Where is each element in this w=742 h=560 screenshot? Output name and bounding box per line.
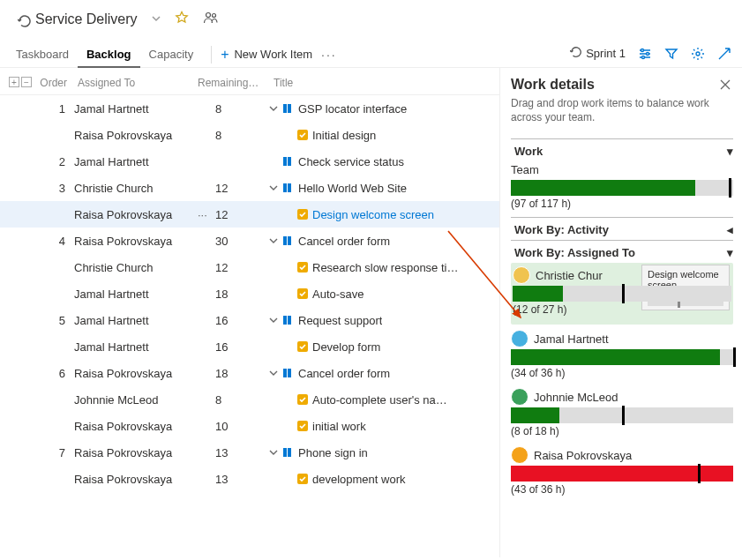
section-assigned[interactable]: Work By: Assigned To ▾: [511, 240, 733, 263]
row-title-cell: initial work: [268, 420, 499, 433]
team-label: Team: [511, 161, 733, 180]
row-assigned: Raisa Pokrovskaya: [74, 235, 198, 248]
collapse-all-button[interactable]: −: [21, 77, 32, 87]
svg-rect-14: [283, 236, 287, 245]
work-item-title[interactable]: development work: [312, 473, 406, 486]
pbi-icon: [282, 235, 295, 247]
gear-icon[interactable]: [691, 47, 705, 61]
avatar: [513, 266, 530, 284]
table-row[interactable]: 6Raisa Pokrovskaya···18Cancel order form: [0, 360, 499, 386]
work-item-title[interactable]: Check service status: [298, 155, 404, 168]
filter-funnel-icon[interactable]: [664, 47, 678, 61]
table-row[interactable]: Jamal Hartnett···18Auto-save: [0, 280, 499, 307]
svg-rect-26: [288, 448, 291, 457]
expand-chevron-icon[interactable]: [268, 448, 279, 457]
table-row[interactable]: Johnnie McLeod···8Auto-complete user's n…: [0, 386, 499, 413]
work-item-title[interactable]: Phone sign in: [298, 446, 368, 459]
chevron-down-icon: ▾: [727, 246, 733, 259]
row-title-cell: Check service status: [268, 155, 499, 168]
table-row[interactable]: Christie Church···12Research slow respon…: [0, 254, 499, 280]
row-remaining: 18: [215, 287, 268, 301]
work-item-title[interactable]: initial work: [312, 420, 366, 433]
row-assigned: Christie Church: [74, 261, 198, 274]
table-row[interactable]: 7Raisa Pokrovskaya···13Phone sign in: [0, 439, 499, 466]
table-row[interactable]: Raisa Pokrovskaya···13development work: [0, 466, 499, 492]
fullscreen-icon[interactable]: [717, 47, 731, 61]
row-assigned: Jamal Hartnett: [74, 102, 198, 116]
tab-taskboard[interactable]: Taskboard: [7, 41, 78, 68]
capacity-text: (8 of 18 h): [511, 425, 733, 437]
table-row[interactable]: 5Jamal Hartnett···16Request support: [0, 307, 499, 333]
row-title-cell: Develop form: [268, 340, 499, 354]
table-row[interactable]: Raisa Pokrovskaya···8Initial design: [0, 122, 499, 148]
expand-all-button[interactable]: +: [9, 77, 19, 87]
table-row[interactable]: 1Jamal Hartnett···8GSP locator interface: [0, 95, 499, 122]
svg-rect-22: [288, 369, 291, 377]
assigned-capacity-block[interactable]: Johnnie McLeod(8 of 18 h): [511, 386, 733, 437]
work-item-title[interactable]: Design welcome screen: [312, 208, 434, 221]
tab-backlog[interactable]: Backlog: [78, 41, 140, 68]
svg-rect-18: [283, 316, 287, 325]
work-item-title[interactable]: Auto-save: [312, 287, 364, 301]
column-title[interactable]: Title: [268, 77, 499, 89]
table-row[interactable]: Raisa Pokrovskaya···12Design welcome scr…: [0, 201, 499, 228]
section-activity[interactable]: Work By: Activity ◂: [511, 217, 733, 240]
more-actions-button[interactable]: ···: [321, 48, 337, 62]
row-remaining: 12: [215, 208, 268, 221]
pbi-icon: [282, 102, 295, 115]
chevron-left-icon: ◂: [727, 223, 733, 236]
work-item-title[interactable]: Cancel order form: [298, 367, 390, 380]
iteration-picker[interactable]: Sprint 1: [570, 46, 626, 61]
column-remaining[interactable]: Remaining…: [198, 77, 268, 89]
header: Service Delivery: [0, 0, 742, 38]
svg-point-0: [206, 13, 210, 18]
expand-chevron-icon[interactable]: [268, 236, 279, 245]
favorite-star-icon[interactable]: [171, 9, 192, 29]
row-more-icon[interactable]: ···: [198, 208, 215, 221]
assigned-capacity-block[interactable]: Christie ChurDesign welcome screen(12 of…: [511, 263, 733, 325]
expand-chevron-icon[interactable]: [268, 369, 279, 377]
capacity-bar: [513, 286, 731, 302]
tab-capacity[interactable]: Capacity: [140, 41, 203, 68]
person-name: Jamal Hartnett: [534, 332, 609, 346]
assigned-capacity-block[interactable]: Raisa Pokrovskaya(43 of 36 h): [511, 444, 733, 496]
expand-chevron-icon[interactable]: [268, 316, 279, 325]
close-icon[interactable]: [719, 78, 731, 93]
table-row[interactable]: Jamal Hartnett···16Develop form: [0, 333, 499, 360]
expand-chevron-icon[interactable]: [268, 183, 279, 192]
svg-rect-25: [283, 448, 287, 457]
task-icon: [296, 208, 309, 220]
expand-chevron-icon[interactable]: [268, 104, 279, 113]
svg-rect-21: [283, 369, 287, 377]
work-item-title[interactable]: Request support: [298, 314, 382, 327]
table-row[interactable]: 2Jamal Hartnett···Check service status: [0, 148, 499, 175]
row-remaining: 13: [215, 473, 268, 486]
table-row[interactable]: 3Christie Church···12Hello World Web Sit…: [0, 175, 499, 201]
settings-sliders-icon[interactable]: [638, 47, 652, 61]
section-work[interactable]: Work ▾: [511, 138, 733, 161]
column-assigned[interactable]: Assigned To: [74, 77, 198, 89]
work-item-title[interactable]: Research slow response ti…: [312, 261, 458, 274]
capacity-bar: [511, 466, 733, 482]
row-assigned: Christie Church: [74, 182, 198, 195]
new-work-item-button[interactable]: + New Work Item: [221, 47, 312, 63]
pbi-icon: [282, 367, 295, 379]
toolbar-right: Sprint 1: [570, 46, 731, 61]
chevron-down-icon[interactable]: [148, 11, 164, 27]
work-item-title[interactable]: Cancel order form: [298, 235, 390, 248]
row-assigned: Jamal Hartnett: [74, 314, 198, 327]
assigned-capacity-block[interactable]: Jamal Hartnett(34 of 36 h): [511, 328, 733, 379]
column-order[interactable]: Order: [39, 77, 74, 89]
work-details-panel: Work details Drag and drop work items to…: [499, 68, 742, 557]
work-item-title[interactable]: Auto-complete user's na…: [312, 393, 447, 407]
table-row[interactable]: 4Raisa Pokrovskaya···30Cancel order form: [0, 228, 499, 254]
task-icon: [296, 473, 309, 485]
work-item-title[interactable]: Hello World Web Site: [298, 182, 407, 195]
row-title-cell: Phone sign in: [268, 446, 499, 459]
row-remaining: 8: [215, 129, 268, 142]
team-icon[interactable]: [199, 9, 222, 29]
work-item-title[interactable]: Initial design: [312, 129, 376, 142]
work-item-title[interactable]: Develop form: [312, 340, 380, 354]
work-item-title[interactable]: GSP locator interface: [298, 102, 407, 116]
table-row[interactable]: Raisa Pokrovskaya···10initial work: [0, 413, 499, 439]
